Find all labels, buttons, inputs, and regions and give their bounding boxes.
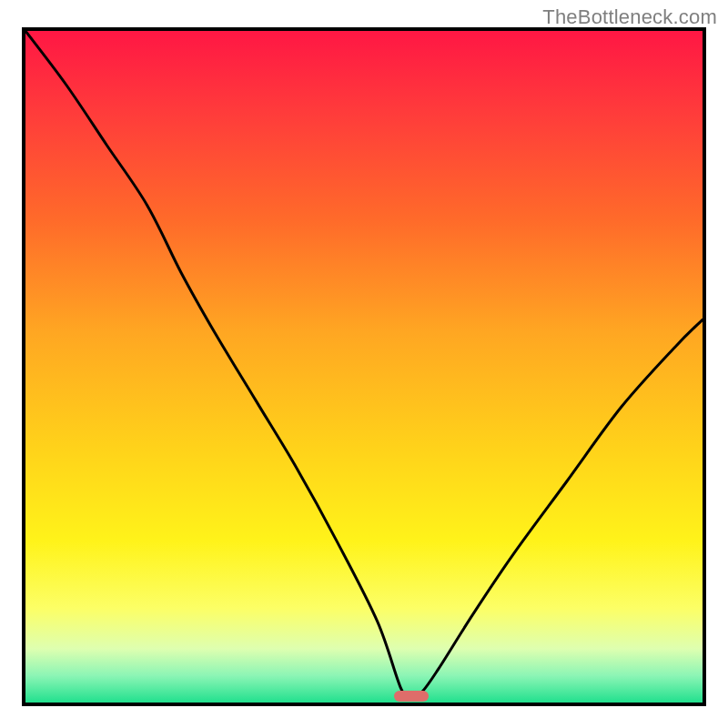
chart-frame xyxy=(22,27,706,706)
optimal-point-marker xyxy=(394,691,428,702)
watermark-text: TheBottleneck.com xyxy=(542,5,717,29)
bottleneck-curve xyxy=(25,31,703,703)
